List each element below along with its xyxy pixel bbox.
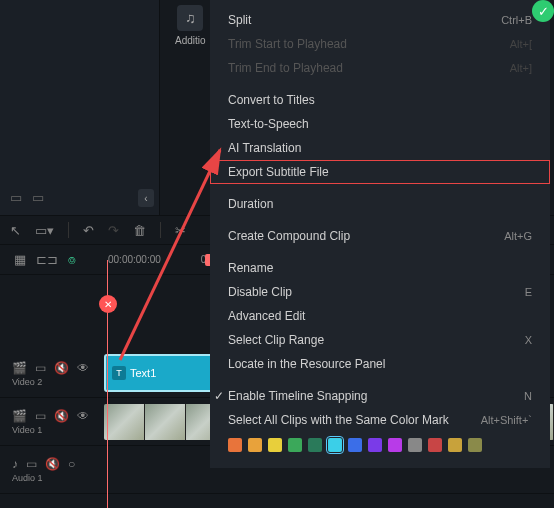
cursor-tool-icon[interactable]: ↖ [10, 223, 21, 238]
track-label: Audio 1 [12, 473, 100, 483]
color-swatch[interactable] [308, 438, 322, 452]
track-label: Video 1 [12, 425, 100, 435]
menu-duration[interactable]: Duration [210, 192, 550, 216]
left-panel: ▭ ▭ ‹ [0, 0, 160, 215]
menu-trim-end: Trim End to PlayheadAlt+] [210, 56, 550, 80]
color-swatch[interactable] [248, 438, 262, 452]
color-swatch[interactable] [228, 438, 242, 452]
magnet-icon[interactable]: ⌾ [68, 252, 76, 267]
solo-icon[interactable]: ○ [68, 457, 75, 471]
visibility-icon[interactable]: 👁 [77, 361, 89, 375]
menu-advanced-edit[interactable]: Advanced Edit [210, 304, 550, 328]
color-swatch[interactable] [468, 438, 482, 452]
color-swatch[interactable] [368, 438, 382, 452]
menu-tts[interactable]: Text-to-Speech [210, 112, 550, 136]
clip-label: Text1 [130, 367, 156, 379]
menu-disable-clip[interactable]: Disable ClipE [210, 280, 550, 304]
menu-export-subtitle[interactable]: Export Subtitle File [210, 160, 550, 184]
mute-icon[interactable]: 🔇 [54, 361, 69, 375]
context-menu: SplitCtrl+B Trim Start to PlayheadAlt+[ … [210, 0, 550, 468]
success-badge: ✓ [532, 0, 554, 22]
track-label: Video 2 [12, 377, 100, 387]
menu-ai-translation[interactable]: AI Translation [210, 136, 550, 160]
visibility-icon[interactable]: 👁 [77, 409, 89, 423]
text-icon: T [112, 366, 126, 380]
menu-convert-titles[interactable]: Convert to Titles [210, 88, 550, 112]
track-view-icon[interactable]: ▦ [14, 252, 26, 267]
delete-icon[interactable]: 🗑 [133, 223, 146, 238]
link-icon[interactable]: ⊏⊐ [36, 252, 58, 267]
audio-icon[interactable]: ♪ [12, 457, 18, 471]
color-swatch[interactable] [348, 438, 362, 452]
menu-locate-resource[interactable]: Locate in the Resource Panel [210, 352, 550, 376]
menu-select-range[interactable]: Select Clip RangeX [210, 328, 550, 352]
menu-split[interactable]: SplitCtrl+B [210, 8, 550, 32]
menu-select-same-color[interactable]: Select All Clips with the Same Color Mar… [210, 408, 550, 432]
menu-trim-start: Trim Start to PlayheadAlt+[ [210, 32, 550, 56]
color-swatch[interactable] [388, 438, 402, 452]
color-swatch[interactable] [428, 438, 442, 452]
video-icon[interactable]: 🎬 [12, 409, 27, 423]
panel-label: Additio [175, 35, 206, 46]
folder-open-icon[interactable]: ▭ [32, 190, 44, 205]
color-swatch[interactable] [408, 438, 422, 452]
timecode: 00:00:00:00 [108, 254, 161, 265]
color-swatch[interactable] [448, 438, 462, 452]
lock-icon[interactable]: ▭ [35, 361, 46, 375]
folder-icon[interactable]: ▭ [10, 190, 22, 205]
cut-icon[interactable]: ✂ [175, 223, 186, 238]
menu-snapping[interactable]: ✓Enable Timeline SnappingN [210, 384, 550, 408]
collapse-button[interactable]: ‹ [138, 189, 154, 207]
color-swatch[interactable] [328, 438, 342, 452]
mute-icon[interactable]: 🔇 [45, 457, 60, 471]
lock-icon[interactable]: ▭ [35, 409, 46, 423]
color-mark-row [210, 432, 550, 458]
video-icon[interactable]: 🎬 [12, 361, 27, 375]
color-swatch[interactable] [288, 438, 302, 452]
select-tool-icon[interactable]: ▭▾ [35, 223, 54, 238]
redo-icon[interactable]: ↷ [108, 223, 119, 238]
color-swatch[interactable] [268, 438, 282, 452]
marker-handle[interactable]: ✕ [99, 295, 117, 313]
mute-icon[interactable]: 🔇 [54, 409, 69, 423]
lock-icon[interactable]: ▭ [26, 457, 37, 471]
menu-rename[interactable]: Rename [210, 256, 550, 280]
music-icon[interactable]: ♫ [177, 5, 203, 31]
undo-icon[interactable]: ↶ [83, 223, 94, 238]
menu-compound-clip[interactable]: Create Compound ClipAlt+G [210, 224, 550, 248]
